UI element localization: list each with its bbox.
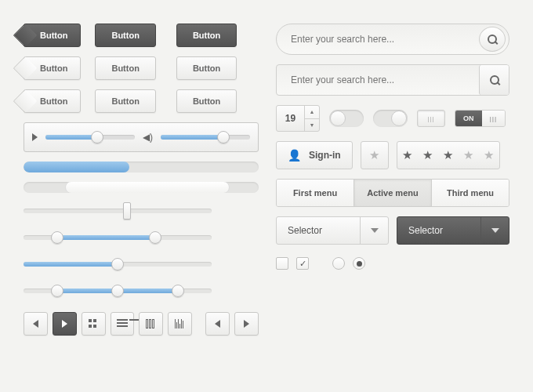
stepper-value: 19 bbox=[277, 106, 305, 131]
progress-bar-light bbox=[24, 182, 259, 193]
tab-active[interactable]: Active menu bbox=[354, 180, 432, 206]
stepper-up[interactable]: ▲ bbox=[305, 106, 319, 119]
button-4[interactable]: Button bbox=[176, 89, 237, 113]
chevron-left-icon bbox=[215, 320, 220, 328]
tab-label: First menu bbox=[293, 188, 337, 198]
radio-checked[interactable] bbox=[353, 257, 365, 270]
toggle-round-off[interactable] bbox=[329, 110, 364, 127]
view-barcode-button[interactable] bbox=[168, 312, 192, 336]
progress-bar-blue bbox=[24, 162, 259, 172]
label: Button bbox=[40, 96, 67, 106]
star-icon: ★ bbox=[364, 148, 385, 162]
prev-button[interactable] bbox=[24, 312, 48, 336]
volume-icon[interactable]: ◀) bbox=[143, 132, 153, 143]
menu-tabs: First menu Active menu Third menu bbox=[276, 179, 509, 207]
selector-label: Selector bbox=[408, 225, 443, 236]
play-button[interactable] bbox=[53, 312, 77, 336]
label: Button bbox=[40, 64, 67, 73]
play-icon bbox=[62, 320, 67, 328]
tag-button-arrow-2[interactable]: Button bbox=[24, 89, 81, 113]
list-icon bbox=[117, 319, 128, 328]
number-stepper: 19 ▲▼ bbox=[276, 105, 320, 132]
star-icon: ★ bbox=[459, 148, 479, 162]
signin-label: Sign-in bbox=[309, 150, 341, 161]
checkbox-checked[interactable]: ✓ bbox=[296, 257, 309, 270]
toggle-on-label: ON bbox=[455, 111, 482, 126]
radio-unchecked[interactable] bbox=[332, 257, 345, 270]
search-input-2[interactable] bbox=[291, 74, 479, 85]
search-icon bbox=[490, 75, 499, 85]
tab-third[interactable]: Third menu bbox=[432, 180, 509, 206]
volume-track[interactable] bbox=[161, 135, 250, 140]
toggle-round-on[interactable] bbox=[373, 110, 408, 127]
tab-first[interactable]: First menu bbox=[277, 180, 354, 206]
search-button[interactable] bbox=[479, 27, 506, 52]
star-rating[interactable]: ★ ★ ★ ★ ★ bbox=[397, 141, 500, 169]
columns-icon bbox=[146, 319, 157, 328]
view-list-button[interactable] bbox=[111, 312, 135, 336]
search-button-2[interactable] bbox=[479, 65, 509, 95]
star-button-single[interactable]: ★ bbox=[361, 141, 389, 169]
button-2[interactable]: Button bbox=[176, 56, 237, 80]
label: Button bbox=[193, 64, 220, 73]
label: Button bbox=[193, 96, 220, 106]
search-icon bbox=[488, 34, 497, 44]
tab-label: Third menu bbox=[447, 188, 494, 198]
slider-single[interactable] bbox=[24, 262, 212, 267]
chevron-left-icon bbox=[33, 320, 38, 328]
chevron-down-icon bbox=[371, 228, 379, 233]
toggle-labeled[interactable]: ON||| bbox=[455, 110, 506, 127]
nav-prev-button[interactable] bbox=[205, 312, 230, 336]
tab-label: Active menu bbox=[367, 188, 418, 198]
nav-next-button[interactable] bbox=[234, 312, 259, 336]
slider-range[interactable] bbox=[24, 235, 212, 240]
slider-triple[interactable] bbox=[24, 289, 212, 293]
selector-caret bbox=[360, 217, 388, 244]
view-grid-button[interactable] bbox=[82, 312, 106, 336]
label: Button bbox=[111, 96, 139, 106]
button[interactable]: Button bbox=[95, 56, 155, 80]
tag-button-arrow[interactable]: Button bbox=[24, 56, 81, 80]
label: Button bbox=[40, 31, 67, 40]
button-dark[interactable]: Button bbox=[95, 24, 155, 47]
star-icon: ★ bbox=[397, 148, 418, 162]
chevron-right-icon bbox=[244, 320, 249, 328]
toggle-square[interactable]: ||| bbox=[417, 110, 445, 127]
label: Button bbox=[111, 31, 139, 40]
selector-light[interactable]: Selector bbox=[276, 216, 389, 245]
star-icon: ★ bbox=[418, 148, 438, 162]
signin-button[interactable]: 👤 Sign-in bbox=[276, 141, 353, 169]
slider-single-square[interactable] bbox=[24, 209, 212, 213]
user-icon: 👤 bbox=[288, 149, 301, 162]
search-input[interactable] bbox=[291, 34, 479, 45]
play-icon[interactable] bbox=[32, 133, 38, 141]
button-dark-2[interactable]: Button bbox=[176, 24, 237, 47]
audio-player: ◀) bbox=[24, 122, 259, 152]
stepper-down[interactable]: ▼ bbox=[305, 119, 319, 132]
barcode-icon bbox=[175, 319, 186, 328]
seek-track[interactable] bbox=[45, 135, 135, 140]
star-icon: ★ bbox=[438, 148, 459, 162]
view-columns-button[interactable] bbox=[139, 312, 163, 336]
selector-caret bbox=[480, 217, 509, 244]
label: Button bbox=[193, 31, 220, 40]
selector-dark[interactable]: Selector bbox=[397, 216, 509, 245]
button-3[interactable]: Button bbox=[95, 89, 155, 113]
search-pill bbox=[276, 24, 509, 55]
star-icon: ★ bbox=[479, 148, 499, 162]
grid-icon bbox=[89, 319, 98, 328]
selector-label: Selector bbox=[288, 225, 322, 236]
search-rect bbox=[276, 64, 509, 96]
tag-button-dark-arrow[interactable]: Button bbox=[24, 24, 81, 47]
chevron-down-icon bbox=[491, 228, 499, 233]
checkbox-unchecked[interactable] bbox=[276, 257, 288, 270]
label: Button bbox=[111, 64, 139, 73]
